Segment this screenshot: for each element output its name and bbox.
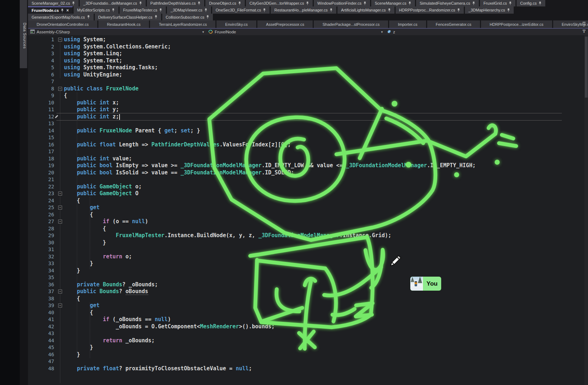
document-tab[interactable]: DeliverySurfaceClassHelper.cs (95, 14, 161, 20)
pin-icon[interactable] (472, 1, 475, 5)
pin-icon[interactable] (154, 15, 158, 19)
document-tab[interactable]: WindowPositionFinder.cs (314, 0, 370, 6)
code-line: { (64, 92, 67, 99)
tab-label: Config.cs (520, 1, 537, 5)
project-dropdown-chevron[interactable]: ▼ (202, 29, 205, 35)
document-tab[interactable]: RestaurantHo...pleManager.cs (271, 6, 336, 14)
document-tab[interactable]: AssetPreprocessor.cs (257, 20, 313, 28)
document-tab[interactable]: Importer.cs (389, 20, 426, 28)
pin-icon[interactable] (306, 1, 309, 5)
line-number: 26 (28, 211, 54, 219)
code-editor[interactable]: 1234567891011121314151617181920212223242… (28, 35, 588, 385)
navbar-overflow-icon[interactable]: ▼ (582, 29, 587, 34)
pin-icon[interactable] (87, 15, 90, 19)
project-dropdown[interactable]: Assembly-CSharp (30, 29, 70, 35)
close-icon[interactable]: × (66, 9, 69, 12)
pin-icon[interactable] (538, 1, 542, 5)
line-number: 8 (28, 85, 54, 93)
data-sources-vertical-tab[interactable]: Data Sources (20, 0, 27, 68)
document-tab[interactable]: _3DMapViewer.cs (167, 6, 211, 14)
member-dropdown[interactable]: z (387, 29, 395, 35)
type-dropdown-chevron[interactable]: ▼ (381, 29, 383, 35)
document-tab[interactable]: CollisionSubscriber.cs (162, 14, 213, 20)
pin-icon[interactable] (206, 15, 209, 19)
pin-icon[interactable] (263, 8, 266, 12)
document-tab[interactable]: SceneManager_02.cs (28, 0, 79, 6)
pin-icon[interactable] (204, 8, 207, 12)
tab-label: HDRPPostproce...izerEditor.cs (490, 22, 543, 27)
document-tab[interactable]: CityGen3DGen...torWrapper.cs (246, 0, 313, 6)
document-tab[interactable]: Config.cs (517, 0, 545, 6)
document-tab[interactable]: OneSec3D_FileFormat.cs (212, 6, 270, 14)
code-line: { (64, 295, 80, 302)
document-tab[interactable]: MyEditorScripts.cs (74, 6, 118, 14)
pin-icon[interactable] (330, 8, 333, 12)
line-number: 48 (28, 365, 54, 372)
document-tab[interactable]: ShaderPackage...stProcessor.cs (314, 20, 388, 28)
tab-label: HDRPPostproc...Randomizer.cs (399, 8, 456, 12)
line-number: 23 (28, 190, 54, 197)
tab-label: RestaurantHook.cs (107, 22, 141, 27)
document-tab[interactable]: ArtificialLightsManager.cs (337, 6, 395, 14)
project-dropdown-label: Assembly-CSharp (37, 30, 70, 34)
fold-collapse-icon[interactable]: − (58, 304, 62, 307)
member-dropdown-label: z (393, 30, 395, 34)
document-tab[interactable]: EnviroSky.cs (216, 20, 256, 28)
tab-label: SceneManager_02.cs (32, 1, 70, 5)
pin-icon[interactable] (408, 1, 411, 5)
tab-row-1: SceneManager_02.cs_3DFoundatio...delMana… (28, 0, 588, 6)
document-tab[interactable]: Generator2ExportMapTools.cs (28, 14, 94, 20)
fold-collapse-icon[interactable]: − (58, 206, 62, 210)
line-number: 1 (28, 36, 54, 43)
document-tab[interactable]: FruxelMapTester.cs (120, 6, 166, 14)
document-tab[interactable]: RestaurantHook.cs (98, 20, 149, 28)
tab-label: FruxelGrid.cs (484, 1, 507, 5)
pin-icon[interactable] (457, 8, 460, 12)
vertical-scrollbar[interactable] (584, 35, 588, 385)
line-number: 14 (28, 127, 54, 135)
document-tab[interactable]: DroneObject.cs (205, 0, 245, 6)
pin-icon[interactable] (139, 1, 142, 5)
fold-collapse-icon[interactable]: − (58, 290, 62, 294)
pin-icon[interactable] (159, 8, 162, 12)
document-tab[interactable]: HDRPPostproce...izerEditor.cs (481, 20, 552, 28)
document-tab[interactable]: FruxelNode.cs× (28, 6, 73, 14)
code-line: { (64, 309, 93, 316)
fold-collapse-icon[interactable]: − (58, 220, 62, 224)
document-tab[interactable]: HDRPPostproc...Randomizer.cs (396, 6, 464, 14)
line-number: 24 (28, 197, 54, 205)
document-tab[interactable]: _3DMapHierarchy.cs (465, 6, 514, 14)
pin-icon[interactable] (507, 8, 510, 12)
line-number: 41 (28, 316, 54, 323)
pin-icon[interactable] (112, 8, 115, 12)
fold-collapse-icon[interactable]: − (58, 87, 62, 91)
project-icon (30, 29, 35, 34)
pin-icon[interactable] (61, 9, 64, 13)
document-tab[interactable]: SimulatedFisheyeCamera.cs (416, 0, 479, 6)
document-tab[interactable]: FencesGenerator.cs (427, 20, 480, 28)
document-tab[interactable]: TerrainLayerRandomizer.cs (150, 20, 215, 28)
document-tab[interactable]: FruxelGrid.cs (480, 0, 515, 6)
pencil-cursor-icon (386, 250, 406, 272)
document-tab[interactable]: PathfinderDepthValues.cs (147, 0, 204, 6)
pin-icon[interactable] (197, 1, 201, 5)
line-number: 27 (28, 218, 54, 225)
tab-label: TerrainLayerRandomizer.cs (159, 22, 207, 27)
tab-label: RestaurantHo...pleManager.cs (274, 8, 328, 12)
document-tab[interactable]: _3DFoundatio...delManager.cs (80, 0, 146, 6)
pin-icon[interactable] (363, 1, 367, 5)
pin-icon[interactable] (388, 8, 391, 12)
line-number: 18 (28, 155, 54, 163)
fold-collapse-icon[interactable]: − (58, 38, 62, 42)
fold-collapse-icon[interactable]: − (58, 192, 62, 196)
line-number: 34 (28, 267, 54, 274)
scrollbar-thumb[interactable] (585, 37, 588, 98)
tab-overflow-icon[interactable]: ▼ (582, 22, 587, 27)
pin-icon[interactable] (238, 1, 241, 5)
document-tab[interactable]: DroneOrientationController.cs (28, 20, 97, 28)
code-line: { (64, 225, 106, 233)
type-dropdown[interactable]: FruxelNode (208, 29, 236, 35)
pin-icon[interactable] (72, 1, 75, 5)
document-tab[interactable]: SceneManager.cs (371, 0, 415, 6)
pin-icon[interactable] (509, 1, 512, 5)
